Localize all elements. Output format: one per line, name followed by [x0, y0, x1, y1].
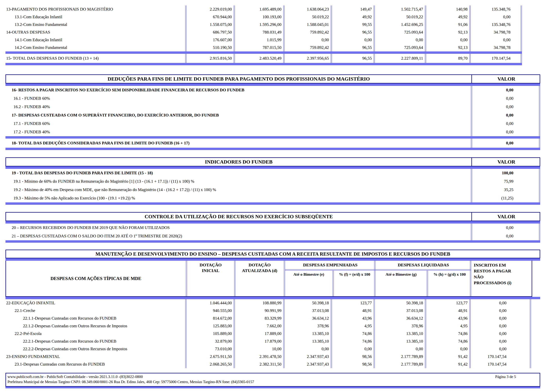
row-label: 13-PAGAMENTO DOS PROFISSIONAIS DO MAGIST… [6, 7, 185, 12]
cell-value: 0,00 [471, 128, 540, 136]
cell-value: 2.177.789,89 [374, 353, 425, 360]
row-label: 13.1-Com Educação Infantil [6, 14, 185, 19]
cell-value: 2.675.911,50 [185, 353, 234, 360]
row-label: 14-OUTRAS DESPESAS [6, 30, 185, 35]
divider-bar [6, 240, 540, 243]
group-title: DESPESAS LIQUIDADAS [375, 261, 471, 271]
row-label: 22.2.2-Despesas Custeadas com Outros Rec… [6, 347, 185, 351]
row-label: 17- DESPESAS CUSTEADAS COM O SUPERÁVIT F… [6, 113, 471, 118]
valor-column-header: VALOR [471, 213, 541, 221]
cell-value: 98,56 [331, 353, 374, 360]
column-header-label: DESPESAS COM AÇÕES TÍPICAS DE MDE [6, 261, 186, 296]
column-header-liquidadas-bimestre: Até o Bimestre (g) [375, 271, 427, 296]
cell-value: 0,00 [469, 299, 531, 307]
section-header: CONTROLE DA UTILIZAÇÃO DE RECURSOS NO EX… [6, 212, 540, 221]
row-label: 22.1.2-Despesas Custeadas com Outros Rec… [6, 324, 185, 328]
cell-value: 48,91 [331, 307, 374, 314]
divider-bar [6, 166, 540, 169]
cell-value: 170.147,54 [469, 353, 531, 360]
controle-section: CONTROLE DA UTILIZAÇÃO DE RECURSOS NO EX… [6, 212, 540, 243]
cell-value: 96,55 [331, 54, 374, 63]
row-label: 23-ENSINO FUNDAMENTAL [6, 354, 185, 359]
cell-value: 105.889,00 [185, 330, 234, 337]
cell-value: 378,96 [283, 322, 331, 330]
cell-value: 0,00 [471, 94, 540, 103]
cell-value: 99,55 [331, 21, 374, 29]
cell-value: 2.068.265,50 [185, 360, 234, 368]
row-label: 19.2 - Máximo de 40% em Despesa com MDE,… [6, 187, 471, 192]
cell-value: 0,00 [471, 111, 540, 119]
cell-value: 0,00 [425, 36, 469, 44]
row-label: 14.2-Com Ensino Fundamental [6, 45, 185, 50]
table-row: 17- DESPESAS CUSTEADAS COM O SUPERÁVIT F… [6, 111, 540, 119]
cell-value: 2.177.789,89 [374, 360, 425, 368]
mde-banner-title: MANUTENÇÃO E DESENVOLVIMENTO DO ENSINO –… [6, 249, 540, 258]
table-row: 20 – RECURSOS RECEBIDOS DO FUNDEB EM 201… [6, 223, 540, 232]
cell-value: 92,13 [425, 44, 469, 51]
indicadores-section: INDICADORES DO FUNDEB VALOR 19 - TOTAL D… [6, 157, 540, 205]
cell-value: 725.093,64 [374, 44, 425, 51]
row-label: 22.1-Creche [6, 308, 185, 313]
cell-value: 0,00 [331, 345, 374, 353]
footer-software-info: www.publicsoft.com.br - PublicSoft Conta… [7, 374, 143, 379]
cell-value: 0,00 [425, 345, 469, 353]
cell-value: 787.015,50 [234, 44, 283, 51]
cell-value: 74,86 [331, 330, 374, 337]
divider-bar [6, 221, 540, 223]
column-header-empenhadas-bimestre: Até o Bimestre (e) [285, 271, 333, 296]
row-label: 16- RESTOS A PAGAR INSCRITOS NO EXERCÍCI… [6, 88, 471, 93]
table-row: 19.3 - Máximo de 5% não Aplicado no Exer… [6, 194, 540, 202]
table-row: 23-ENSINO FUNDAMENTAL 2.675.911,50 2.391… [6, 353, 531, 360]
column-header-restos: INSCRITOS EM RESTOS A PAGAR NÃO PROCESSA… [470, 261, 532, 296]
table-total-row: 18- TOTAL DAS DEDUÇÕES CONSIDERADAS PARA… [6, 139, 540, 148]
row-label: 23.1-Despesas Custeadas com Recursos do … [6, 362, 185, 367]
row-label: 16.1 - FUNDEB 60% [6, 96, 471, 101]
report-page: 13-PAGAMENTO DOS PROFISSIONAIS DO MAGIST… [6, 6, 540, 388]
cell-value: 2.382.311,50 [234, 360, 283, 368]
section-header: INDICADORES DO FUNDEB VALOR [6, 157, 540, 166]
cell-value: 0,00 [469, 13, 522, 21]
cell-value: 0,00 [471, 223, 540, 232]
cell-value: 43,96 [331, 314, 374, 322]
table-row: 19.1 - Mínimo de 60% do FUNDEB na Remune… [6, 177, 540, 185]
cell-value: 91,42 [425, 360, 469, 368]
divider-bar [6, 63, 522, 65]
table-row: 16.1 - FUNDEB 60% 0,00 [6, 94, 540, 103]
table-row: 14.2-Com Ensino Fundamental 510.190,50 7… [6, 44, 522, 51]
cell-value: 37.013,08 [374, 307, 425, 314]
cell-value: 2.391.478,50 [234, 353, 283, 360]
cell-value: 759.892,42 [283, 29, 331, 36]
cell-value: 4,95 [331, 322, 374, 330]
cell-value: 74,86 [425, 330, 469, 337]
cell-value: 2.347.937,43 [283, 353, 331, 360]
divider-bar [6, 258, 540, 261]
table-row: 22.1.1-Despesas Custeadas com Recursos d… [6, 314, 531, 322]
cell-value: 91,06 [425, 21, 469, 29]
row-label: 18- TOTAL DAS DEDUÇÕES CONSIDERADAS PARA… [6, 141, 471, 145]
cell-value: 123,77 [331, 299, 374, 307]
cell-value: 0,00 [283, 36, 331, 44]
divider-bar [6, 202, 540, 205]
row-label: 14.1-Com Educação Infantil [6, 38, 185, 42]
table-row: 14-OUTRAS DESPESAS 686.797,50 788.031,49… [6, 29, 522, 36]
cell-value: 686.797,50 [185, 29, 234, 36]
footer-bottom-bar [6, 387, 540, 388]
cell-value: 50.398,18 [374, 299, 425, 307]
table-row: 13-PAGAMENTO DOS PROFISSIONAIS DO MAGIST… [6, 6, 522, 13]
cell-value: 50.019,22 [283, 13, 331, 21]
column-group-liquidadas: DESPESAS LIQUIDADAS Até o Bimestre (g) %… [374, 261, 470, 296]
cell-value: 1.015,99 [234, 36, 283, 44]
cell-value: 170.147,54 [469, 54, 522, 63]
row-label: 19 - TOTAL DAS DESPESAS DO FUNDEB PARA F… [6, 171, 471, 175]
cell-value: 2.227.809,11 [374, 54, 425, 63]
table-row: 22.2-Pré-Escola 105.889,00 17.889,00 13.… [6, 330, 531, 337]
page-footer: www.publicsoft.com.br - PublicSoft Conta… [6, 373, 540, 387]
cell-value: 2.397.956,65 [283, 54, 331, 63]
row-label: 20 – RECURSOS RECEBIDOS DO FUNDEB EM 201… [6, 225, 471, 230]
column-group-empenhadas: DESPESAS EMPENHADAS Até o Bimestre (e) %… [284, 261, 374, 296]
row-label: 17.2 - FUNDEB 40% [6, 130, 471, 134]
table-row: 19.2 - Máximo de 40% em Despesa com MDE,… [6, 185, 540, 194]
cell-value: 0,00 [469, 330, 531, 337]
section-header: DEDUÇÕES PARA FINS DE LIMITE DO FUNDEB P… [6, 74, 540, 84]
table-row: 22.1-Creche 940.555,00 90.991,99 37.013,… [6, 307, 531, 314]
